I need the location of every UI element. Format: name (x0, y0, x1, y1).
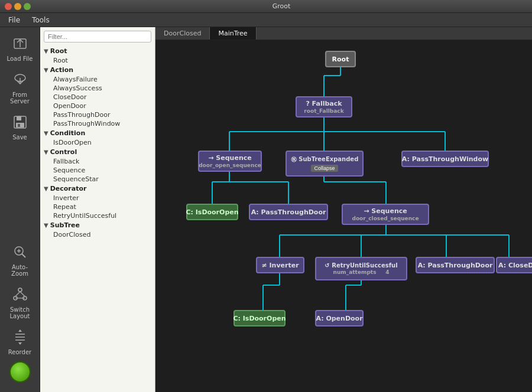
section-subtree-label: SubTree (50, 221, 80, 229)
reorder-button[interactable]: Reorder (2, 325, 38, 359)
node-fallback-label: ? Fallback (306, 100, 342, 107)
auto-zoom-icon (12, 244, 28, 263)
window-controls (5, 3, 31, 10)
tree-item-alwaysfailure[interactable]: AlwaysFailure (44, 75, 151, 84)
node-inverter-label: ≠ Inverter (261, 262, 299, 269)
svg-rect-7 (18, 124, 20, 127)
switch-layout-label: Switch Layout (5, 306, 35, 319)
svg-line-9 (22, 254, 25, 257)
node-seq1-label: → Sequence (208, 154, 251, 162)
filter-input[interactable] (44, 31, 151, 43)
auto-zoom-button[interactable]: Auto-Zoom (2, 240, 38, 280)
window-title: Groot (35, 2, 527, 10)
node-subtree-label: ㊗ SubTreeExpanded (291, 155, 359, 164)
node-fallback-sublabel: root_Fallback (304, 108, 343, 114)
node-isdooropen1-label: C: IsDoorOpen (186, 208, 238, 216)
node-passthroughdoor2[interactable]: A: PassThroughDoor (416, 257, 495, 273)
close-button[interactable] (5, 3, 12, 10)
tree-item-passthroughdoor[interactable]: PassThroughDoor (44, 110, 151, 119)
node-passthroughdoor1-label: A: PassThroughDoor (251, 208, 326, 216)
save-button[interactable]: Save (2, 110, 38, 144)
tree-item-isdooropen[interactable]: IsDoorOpen (44, 138, 151, 147)
tree-item-root[interactable]: Root (44, 56, 151, 65)
node-seq1-sublabel: door_open_sequence (199, 162, 261, 168)
tree-section-action: ▼ Action (44, 66, 151, 74)
section-control-label: Control (50, 148, 77, 156)
tree-section-decorator: ▼ Decorator (44, 185, 151, 192)
save-label: Save (12, 134, 27, 141)
node-isdooropen2-label: C: IsDoorOpen (233, 315, 286, 322)
node-pass-window-label: A: PassThroughWindow (402, 155, 488, 163)
node-seq2[interactable]: → Sequence door_closed_sequence (342, 204, 429, 225)
svg-marker-21 (18, 329, 22, 332)
tree-item-repeat[interactable]: Repeat (44, 202, 151, 211)
svg-line-15 (15, 292, 20, 296)
canvas[interactable]: Root ? Fallback root_Fallback → Sequence… (155, 40, 532, 392)
maximize-button[interactable] (24, 3, 31, 10)
load-file-label: Load File (7, 55, 33, 62)
tree-item-closedoor[interactable]: CloseDoor (44, 93, 151, 102)
panel: ▼ Root Root ▼ Action AlwaysFailure Alway… (40, 27, 532, 392)
node-pass-window[interactable]: A: PassThroughWindow (401, 151, 489, 167)
from-server-button[interactable]: From Server (2, 68, 38, 108)
tree-section-subtree: ▼ SubTree (44, 221, 151, 229)
tree-item-inverter[interactable]: Inverter (44, 194, 151, 202)
tree-item-doorclosed[interactable]: DoorClosed (44, 230, 151, 239)
node-passthroughdoor1[interactable]: A: PassThroughDoor (249, 204, 328, 220)
node-root-label: Root (332, 55, 349, 63)
node-opendoor[interactable]: A: OpenDoor (315, 310, 364, 326)
tree-item-fallback[interactable]: Fallback (44, 157, 151, 166)
collapse-button[interactable]: Collapse (311, 165, 338, 172)
load-file-icon (12, 35, 28, 54)
from-server-label: From Server (5, 92, 35, 104)
node-retry[interactable]: ↺ RetryUntilSuccesful num_attempts 4 (315, 257, 407, 280)
tree-item-opendoor[interactable]: OpenDoor (44, 102, 151, 110)
section-action-label: Action (50, 66, 73, 74)
node-fallback[interactable]: ? Fallback root_Fallback (296, 96, 352, 117)
menu-tools[interactable]: Tools (26, 15, 56, 25)
menu-file[interactable]: File (2, 15, 26, 25)
sidebar: Load File From Server Save Auto-Zoom Sw (0, 27, 40, 392)
svg-rect-5 (17, 116, 21, 120)
node-closedoor[interactable]: A: CloseDoor (496, 257, 532, 273)
section-condition-label: Condition (50, 129, 86, 137)
switch-layout-icon (12, 286, 28, 305)
tree-item-passthroughwindow[interactable]: PassThroughWindow (44, 119, 151, 128)
svg-point-12 (18, 288, 22, 292)
titlebar: Groot (0, 0, 532, 13)
reorder-label: Reorder (8, 349, 31, 355)
save-icon (12, 114, 28, 133)
reorder-icon (12, 329, 28, 348)
run-button[interactable] (9, 361, 31, 383)
load-file-button[interactable]: Load File (2, 32, 38, 66)
minimize-button[interactable] (14, 3, 21, 10)
main-layout: Load File From Server Save Auto-Zoom Sw (0, 27, 532, 392)
tree-content: ▼ Root Root ▼ Action AlwaysFailure Alway… (40, 46, 155, 392)
tab-doorclosed[interactable]: DoorClosed (155, 27, 210, 40)
node-isdooropen1[interactable]: C: IsDoorOpen (186, 204, 238, 220)
node-root[interactable]: Root (325, 51, 356, 67)
node-isdooropen2[interactable]: C: IsDoorOpen (233, 310, 286, 326)
tree-item-retryuntilsuccesful[interactable]: RetryUntilSuccesful (44, 211, 151, 220)
switch-layout-button[interactable]: Switch Layout (2, 283, 38, 323)
section-decorator-label: Decorator (50, 185, 87, 192)
tree-section-root: ▼ Root (44, 47, 151, 55)
node-subtree[interactable]: ㊗ SubTreeExpanded Collapse (286, 151, 364, 177)
node-inverter[interactable]: ≠ Inverter (256, 257, 304, 273)
tree-item-sequencestar[interactable]: SequenceStar (44, 175, 151, 184)
node-passthroughdoor2-label: A: PassThroughDoor (418, 262, 493, 269)
node-seq1[interactable]: → Sequence door_open_sequence (198, 151, 262, 172)
tabs: DoorClosed MainTree (155, 27, 532, 40)
section-root-label: Root (50, 47, 67, 55)
tree-item-sequence[interactable]: Sequence (44, 166, 151, 175)
node-seq2-label: → Sequence (364, 207, 407, 215)
canvas-area: DoorClosed MainTree (155, 27, 532, 392)
from-server-icon (12, 71, 28, 90)
tab-maintree[interactable]: MainTree (210, 27, 256, 40)
node-retry-sublabel: num_attempts 4 (333, 269, 390, 275)
svg-line-16 (20, 292, 25, 296)
tree-section-control: ▼ Control (44, 148, 151, 156)
node-retry-label: ↺ RetryUntilSuccesful (325, 262, 397, 269)
svg-marker-22 (18, 342, 22, 345)
tree-item-alwayssuccess[interactable]: AlwaysSuccess (44, 84, 151, 93)
